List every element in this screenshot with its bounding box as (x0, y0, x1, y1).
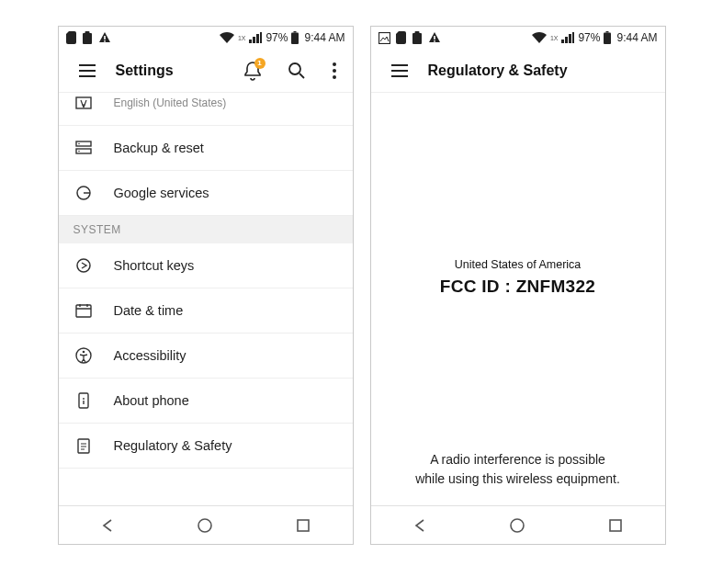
clipboard-icon (82, 31, 93, 44)
svg-rect-4 (294, 31, 297, 33)
phone-settings: 1X 97% 9:44 AM Settings 1 (58, 26, 354, 545)
list-item-label: Backup & reset (114, 141, 204, 155)
regulatory-content: United States of America FCC ID : ZNFM32… (371, 93, 665, 505)
section-header-system: SYSTEM (59, 216, 353, 243)
list-item-label: Shortcut keys (114, 258, 195, 273)
page-title: Regulatory & Safety (428, 62, 568, 79)
svg-rect-2 (104, 36, 106, 40)
nav-recent-button[interactable] (588, 506, 643, 544)
list-item-label: About phone (114, 393, 189, 408)
svg-point-13 (78, 143, 80, 145)
image-icon (378, 32, 390, 44)
nav-back-button[interactable] (392, 506, 447, 544)
info-icon (73, 390, 94, 411)
list-item-google-services[interactable]: Google services (59, 171, 353, 216)
backup-reset-icon (73, 138, 94, 158)
nav-back-button[interactable] (80, 506, 135, 544)
network-label: 1X (550, 35, 559, 41)
list-item-label: Date & time (114, 303, 184, 318)
date-time-icon (73, 300, 94, 321)
list-item-regulatory-safety[interactable]: Regulatory & Safety (59, 424, 353, 469)
nav-home-button[interactable] (490, 506, 545, 544)
svg-rect-25 (378, 32, 390, 43)
overflow-menu-button[interactable] (325, 55, 344, 86)
svg-rect-28 (434, 36, 435, 40)
interference-notice: A radio interference is possible while u… (388, 450, 648, 505)
svg-rect-1 (85, 31, 89, 34)
svg-point-19 (82, 351, 85, 354)
svg-point-8 (333, 69, 336, 73)
notice-line-1: A radio interference is possible (430, 452, 605, 467)
warning-icon (98, 31, 111, 44)
google-icon (73, 183, 94, 203)
network-label: 1X (238, 35, 246, 41)
svg-rect-27 (414, 31, 419, 34)
svg-rect-17 (76, 305, 91, 317)
list-item-date-time[interactable]: Date & time (59, 288, 353, 334)
notifications-button[interactable]: 1 (237, 55, 268, 86)
sim-card-icon (396, 31, 406, 44)
list-item-label: Google services (114, 186, 209, 200)
list-item-shortcut-keys[interactable]: Shortcut keys (59, 243, 353, 288)
hamburger-icon[interactable] (72, 55, 103, 86)
notification-badge: 1 (254, 58, 265, 69)
svg-rect-3 (104, 40, 106, 42)
phone-regulatory: 1X 97% 9:44 AM Regulatory & Safety Unite… (370, 26, 666, 545)
wifi-icon (532, 32, 547, 43)
list-item-about-phone[interactable]: About phone (59, 379, 353, 424)
clock-text: 9:44 AM (304, 31, 345, 44)
nav-recent-button[interactable] (276, 506, 331, 544)
country-label: United States of America (455, 258, 582, 271)
svg-point-16 (77, 259, 90, 272)
hamburger-icon[interactable] (384, 55, 415, 86)
battery-icon (291, 31, 299, 44)
list-item-backup-reset[interactable]: Backup & reset (59, 126, 353, 171)
app-bar: Settings 1 (59, 49, 353, 93)
shortcut-keys-icon (73, 255, 94, 276)
status-bar: 1X 97% 9:44 AM (371, 27, 665, 49)
clock-text: 9:44 AM (616, 31, 657, 44)
page-title: Settings (116, 62, 174, 79)
status-bar: 1X 97% 9:44 AM (59, 27, 353, 49)
settings-list[interactable]: English (United States) Backup & reset G… (59, 93, 353, 505)
battery-text: 97% (265, 31, 288, 44)
list-item-label: Regulatory & Safety (114, 438, 232, 453)
svg-rect-26 (412, 33, 422, 44)
svg-point-23 (198, 519, 211, 532)
svg-point-6 (289, 63, 300, 74)
svg-point-7 (333, 62, 336, 66)
battery-icon (604, 31, 611, 44)
svg-point-21 (83, 398, 85, 400)
wifi-icon (220, 32, 234, 43)
list-item-accessibility[interactable]: Accessibility (59, 334, 353, 379)
sim-card-icon (66, 31, 76, 44)
notice-line-2: while using this wireless equipment. (415, 471, 620, 486)
svg-rect-24 (298, 520, 309, 531)
signal-icon (249, 32, 262, 43)
list-item-label: Accessibility (114, 348, 186, 363)
search-button[interactable] (281, 55, 312, 86)
svg-rect-0 (83, 33, 92, 44)
battery-text: 97% (578, 31, 600, 44)
language-icon (73, 93, 94, 113)
svg-rect-5 (291, 33, 299, 45)
clipboard-icon (412, 31, 423, 44)
svg-rect-30 (606, 31, 609, 33)
accessibility-icon (73, 345, 94, 366)
svg-point-9 (333, 75, 336, 79)
list-item-language[interactable]: English (United States) (59, 93, 353, 126)
app-bar: Regulatory & Safety (371, 49, 665, 93)
fcc-id-label: FCC ID : ZNFM322 (440, 277, 595, 297)
svg-rect-29 (434, 40, 435, 42)
regulatory-icon (73, 435, 94, 456)
navigation-bar (371, 505, 665, 544)
svg-point-32 (511, 519, 524, 532)
list-item-sublabel: English (United States) (114, 96, 227, 109)
signal-icon (561, 32, 574, 43)
svg-rect-33 (610, 520, 621, 531)
nav-home-button[interactable] (177, 506, 232, 544)
warning-icon (428, 31, 441, 44)
navigation-bar (59, 505, 353, 544)
svg-point-14 (78, 151, 80, 153)
svg-rect-31 (604, 33, 611, 45)
